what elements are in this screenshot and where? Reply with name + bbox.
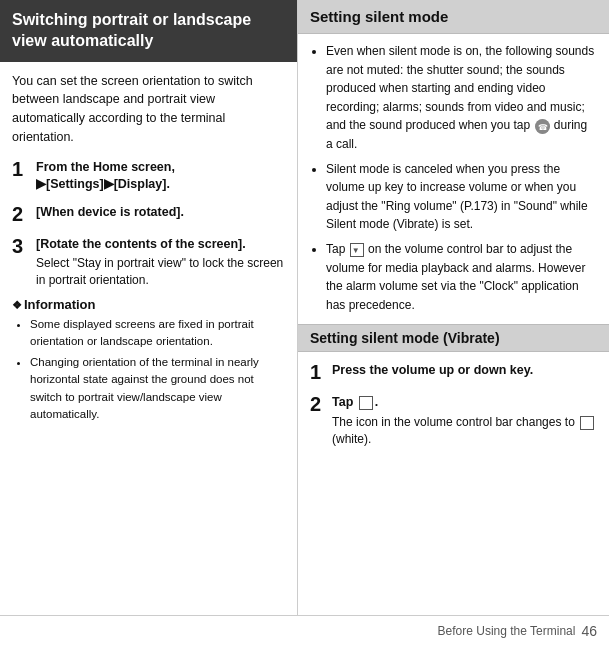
right-step-2-num: 2 (310, 392, 332, 416)
vibrate-white-icon (580, 416, 594, 430)
info-list: Some displayed screens are fixed in port… (12, 316, 285, 424)
vibrate-box-icon (359, 396, 373, 410)
right-step-2-text: Tap . The icon in the volume control bar… (332, 392, 597, 447)
sub-section-header: Setting silent mode (Vibrate) (298, 324, 609, 352)
step-3-number: 3 (12, 234, 36, 258)
info-section: Information Some displayed screens are f… (12, 297, 285, 424)
left-column: Switching portrait or landscape view aut… (0, 0, 298, 615)
left-header: Switching portrait or landscape view aut… (0, 0, 297, 62)
phone-circle-icon: ☎ (535, 119, 550, 134)
info-item-1: Some displayed screens are fixed in port… (30, 316, 285, 351)
left-step-1: 1 From the Home screen, ▶[Settings]▶[Dis… (12, 157, 285, 194)
left-intro: You can set the screen orientation to sw… (12, 72, 285, 147)
right-bullet-3: Tap on the volume control bar to adjust … (326, 240, 597, 314)
step-3-text: [Rotate the contents of the screen]. Sel… (36, 234, 285, 289)
main-content: Switching portrait or landscape view aut… (0, 0, 609, 615)
step-2-number: 2 (12, 202, 36, 226)
right-bullet-2: Silent mode is canceled when you press t… (326, 160, 597, 234)
right-step-1: 1 Press the volume up or down key. (310, 360, 597, 384)
info-item-2: Changing orientation of the terminal in … (30, 354, 285, 423)
left-body: You can set the screen orientation to sw… (0, 62, 297, 438)
left-step-3: 3 [Rotate the contents of the screen]. S… (12, 234, 285, 289)
right-bullet-1: Even when silent mode is on, the followi… (326, 42, 597, 154)
right-bullet-list: Even when silent mode is on, the followi… (310, 42, 597, 314)
right-body: Even when silent mode is on, the followi… (298, 34, 609, 463)
step-1-text: From the Home screen, ▶[Settings]▶[Displ… (36, 157, 285, 194)
right-column: Setting silent mode Even when silent mod… (298, 0, 609, 615)
footer: Before Using the Terminal 46 (0, 615, 609, 645)
step-1-number: 1 (12, 157, 36, 181)
volume-down-icon (350, 243, 364, 257)
right-header: Setting silent mode (298, 0, 609, 34)
left-step-2: 2 [When device is rotated]. (12, 202, 285, 226)
footer-page: 46 (581, 623, 597, 639)
right-step-2: 2 Tap . The icon in the volume control b… (310, 392, 597, 447)
step-2-text: [When device is rotated]. (36, 202, 184, 222)
right-step-1-text: Press the volume up or down key. (332, 360, 533, 380)
right-step-1-num: 1 (310, 360, 332, 384)
info-title: Information (12, 297, 285, 312)
footer-label: Before Using the Terminal (438, 624, 576, 638)
svg-text:☎: ☎ (538, 123, 548, 132)
